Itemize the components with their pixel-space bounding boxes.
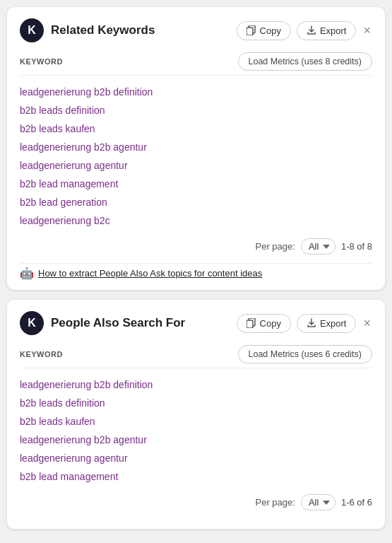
pagination-info: 1-6 of 6: [341, 497, 372, 508]
list-item: leadgenerierung b2b definition: [20, 375, 372, 394]
close-button[interactable]: ×: [362, 24, 372, 37]
list-item: leadgenerierung b2b definition: [20, 83, 372, 101]
keyword-link[interactable]: leadgenerierung agentur: [20, 160, 128, 171]
keyword-link[interactable]: b2b leads kaufen: [20, 416, 95, 427]
list-item: leadgenerierung b2b agentur: [20, 431, 372, 449]
keyword-link[interactable]: b2b leads definition: [20, 105, 105, 116]
list-item: b2b leads definition: [20, 394, 372, 412]
pagination-row: Per page:All1025501-6 of 6: [20, 494, 372, 510]
keyword-link[interactable]: leadgenerierung agentur: [20, 452, 128, 464]
keyword-link[interactable]: leadgenerierung b2b definition: [20, 86, 153, 98]
copy-button[interactable]: Copy: [237, 21, 291, 40]
per-page-select[interactable]: All102550: [301, 238, 335, 255]
copy-label: Copy: [260, 318, 281, 329]
copy-button[interactable]: Copy: [237, 314, 291, 333]
per-page-label: Per page:: [256, 497, 295, 508]
list-item: b2b leads definition: [20, 101, 372, 119]
list-item: leadgenerierung b2b agentur: [20, 138, 372, 156]
keyword-link[interactable]: leadgenerierung b2c: [20, 215, 110, 226]
close-icon: ×: [363, 23, 371, 37]
list-item: b2b lead management: [20, 467, 372, 486]
table-header: KEYWORDLoad Metrics (uses 6 credits): [20, 345, 372, 368]
keyword-link[interactable]: b2b lead management: [20, 178, 118, 189]
keyword-list: leadgenerierung b2b definitionb2b leads …: [20, 83, 372, 230]
card-header: KPeople Also Search For Copy Export×: [20, 311, 372, 335]
svg-rect-1: [247, 28, 253, 35]
per-page-select[interactable]: All102550: [301, 494, 335, 510]
card-title: Related Keywords: [51, 23, 237, 37]
card-header: KRelated Keywords Copy Export×: [20, 18, 372, 42]
table-header: KEYWORDLoad Metrics (uses 8 credits): [20, 52, 372, 76]
export-icon: [307, 25, 316, 35]
close-button[interactable]: ×: [362, 317, 372, 329]
copy-icon: [247, 318, 256, 328]
keyword-column-label: KEYWORD: [20, 350, 63, 358]
svg-rect-3: [247, 320, 253, 328]
pagination-row: Per page:All1025501-8 of 8: [20, 238, 372, 255]
close-icon: ×: [363, 316, 371, 330]
pagination-info: 1-8 of 8: [341, 241, 372, 252]
list-item: b2b leads kaufen: [20, 119, 372, 138]
export-label: Export: [320, 318, 347, 329]
tip-link[interactable]: How to extract People Also Ask topics fo…: [38, 268, 262, 279]
keyword-link[interactable]: b2b leads kaufen: [20, 123, 95, 134]
list-item: leadgenerierung agentur: [20, 156, 372, 175]
card-title: People Also Search For: [51, 316, 237, 330]
keyword-link[interactable]: leadgenerierung b2b definition: [20, 379, 153, 390]
logo-circle: K: [20, 311, 44, 335]
card-people-also-search: KPeople Also Search For Copy Export×KEYW…: [7, 300, 385, 529]
keyword-link[interactable]: b2b leads definition: [20, 397, 105, 409]
header-actions: Copy Export×: [237, 314, 372, 333]
list-item: leadgenerierung agentur: [20, 449, 372, 467]
keyword-link[interactable]: b2b lead management: [20, 471, 118, 482]
export-label: Export: [320, 25, 347, 36]
list-item: b2b leads kaufen: [20, 412, 372, 431]
list-item: b2b lead generation: [20, 193, 372, 211]
export-button[interactable]: Export: [297, 314, 357, 333]
per-page-label: Per page:: [256, 241, 295, 252]
keyword-column-label: KEYWORD: [20, 57, 63, 66]
keyword-list: leadgenerierung b2b definitionb2b leads …: [20, 375, 372, 486]
export-button[interactable]: Export: [297, 21, 357, 40]
list-item: leadgenerierung b2c: [20, 211, 372, 230]
keyword-link[interactable]: b2b lead generation: [20, 197, 107, 208]
load-metrics-button[interactable]: Load Metrics (uses 6 credits): [238, 345, 372, 363]
list-item: b2b lead management: [20, 175, 372, 193]
keyword-link[interactable]: leadgenerierung b2b agentur: [20, 434, 147, 445]
tip-icon: 🤖: [20, 267, 34, 280]
load-metrics-button[interactable]: Load Metrics (uses 8 credits): [238, 52, 372, 71]
keyword-link[interactable]: leadgenerierung b2b agentur: [20, 141, 147, 153]
export-icon: [307, 318, 316, 328]
tip-row: 🤖How to extract People Also Ask topics f…: [20, 263, 372, 280]
card-related-keywords: KRelated Keywords Copy Export×KEYWORDLoa…: [7, 7, 385, 290]
logo-circle: K: [20, 18, 44, 42]
header-actions: Copy Export×: [237, 21, 372, 40]
copy-label: Copy: [260, 25, 281, 36]
copy-icon: [247, 25, 256, 35]
